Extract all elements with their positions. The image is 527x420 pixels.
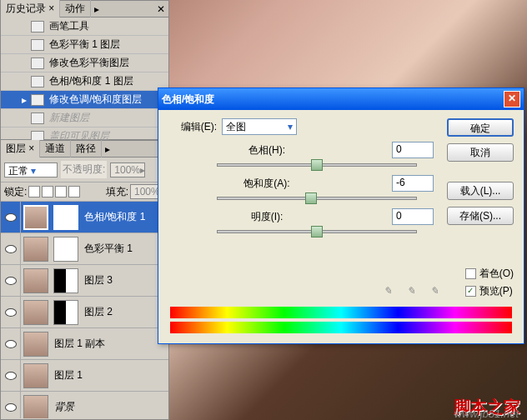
layer-name: 图层 1 — [51, 368, 83, 382]
eyedropper-sub-icon[interactable]: ✎ — [430, 285, 445, 300]
history-panel: 历史记录 × 动作 ▸ ✕ 画笔工具色彩平衡 1 图层修改色彩平衡图层色相/饱和… — [0, 0, 169, 140]
lock-paint-icon[interactable] — [42, 186, 53, 198]
eye-icon — [5, 340, 17, 348]
layer-name: 色相/饱和度 1 — [81, 210, 145, 224]
edit-label: 编辑(E): — [167, 120, 217, 134]
eye-icon — [5, 245, 17, 253]
layer-thumb[interactable] — [23, 300, 48, 325]
dialog-title: 色相/饱和度 — [162, 92, 214, 107]
slider-label: 饱和度(A): — [200, 177, 334, 191]
blend-mode-select[interactable]: 正常 ▾ — [4, 162, 58, 178]
eye-icon — [5, 403, 17, 412]
slider-track[interactable] — [217, 163, 417, 167]
tab-actions[interactable]: 动作 — [60, 0, 91, 18]
layer-list: 色相/饱和度 1色彩平衡 1图层 3图层 2图层 1 副本图层 1背景 — [1, 202, 168, 418]
save-button[interactable]: 存储(S)... — [447, 207, 514, 225]
history-tabs: 历史记录 × 动作 ▸ ✕ — [1, 1, 168, 18]
hue-saturation-dialog: 色相/饱和度 ✕ 编辑(E): 全图▾ 色相(H):0饱和度(A):-6明度(I… — [158, 88, 524, 344]
tab-paths[interactable]: 路径 — [71, 140, 102, 158]
layer-thumb[interactable] — [23, 363, 48, 388]
eye-icon — [5, 277, 17, 285]
slider-value-input[interactable]: -6 — [392, 175, 434, 192]
layer-thumb[interactable] — [53, 237, 78, 262]
watermark-url: www.jb51.net — [454, 408, 519, 420]
opacity-input[interactable]: 100%▸ — [110, 162, 145, 178]
layer-row[interactable]: 图层 3 — [1, 265, 168, 297]
lock-transparent-icon[interactable] — [28, 186, 40, 198]
visibility-toggle[interactable] — [1, 297, 21, 328]
layer-thumb[interactable] — [23, 268, 48, 293]
ok-button[interactable]: 确定 — [447, 118, 514, 137]
lock-row: 锁定: 填充: 100%▸ — [1, 182, 168, 202]
dialog-buttons: 确定 取消 载入(L)... 存储(S)... — [447, 118, 514, 225]
cancel-button[interactable]: 取消 — [447, 143, 514, 162]
visibility-toggle[interactable] — [1, 233, 21, 265]
eye-icon — [5, 372, 17, 380]
history-list: 画笔工具色彩平衡 1 图层修改色彩平衡图层色相/饱和度 1 图层▸修改色调/饱和… — [1, 18, 168, 146]
color-spectrum — [170, 307, 512, 333]
slider-value-input[interactable]: 0 — [392, 142, 434, 158]
slider-track[interactable] — [217, 230, 417, 233]
layer-name: 图层 2 — [81, 305, 113, 319]
layer-thumb[interactable] — [53, 205, 78, 230]
history-item[interactable]: 新建图层 — [1, 109, 168, 128]
colorize-checkbox[interactable]: 着色(O) — [465, 267, 514, 281]
layers-panel: 图层 × 通道 路径 ▸ × 正常 ▾ 不透明度: 100%▸ 锁定: 填充: … — [0, 140, 169, 420]
fill-label: 填充: — [106, 185, 128, 199]
dialog-titlebar[interactable]: 色相/饱和度 ✕ — [158, 88, 524, 110]
layer-thumb[interactable] — [23, 332, 48, 357]
history-item[interactable]: ▸修改色调/饱和度图层 — [1, 91, 168, 109]
slider-thumb[interactable] — [305, 192, 317, 204]
opacity-label: 不透明度: — [61, 161, 107, 178]
load-button[interactable]: 载入(L)... — [447, 182, 514, 200]
slider-thumb[interactable] — [311, 226, 323, 238]
eyedropper-icon[interactable]: ✎ — [384, 285, 399, 300]
lock-move-icon[interactable] — [55, 186, 67, 198]
history-item[interactable]: 修改色彩平衡图层 — [1, 54, 168, 72]
eye-icon — [5, 213, 17, 222]
close-icon[interactable]: ✕ — [153, 3, 168, 15]
visibility-toggle[interactable] — [1, 328, 21, 360]
layer-row[interactable]: 图层 1 副本 — [1, 328, 168, 360]
layer-thumb[interactable] — [23, 395, 48, 419]
checkboxes: 着色(O) ✓预览(P) — [465, 267, 514, 302]
slider-value-input[interactable]: 0 — [392, 208, 434, 225]
panel-menu-icon[interactable]: ▸ — [102, 143, 113, 155]
layers-tabs: 图层 × 通道 路径 ▸ × — [1, 141, 168, 158]
layer-name: 图层 3 — [81, 273, 113, 288]
tab-channels[interactable]: 通道 — [40, 140, 71, 158]
layer-row[interactable]: 图层 1 — [1, 360, 168, 392]
layer-thumb[interactable] — [23, 237, 48, 262]
layer-row[interactable]: 背景 — [1, 392, 168, 418]
eyedropper-add-icon[interactable]: ✎ — [407, 285, 422, 300]
tab-history[interactable]: 历史记录 × — [1, 0, 60, 18]
layer-row[interactable]: 色彩平衡 1 — [1, 233, 168, 265]
close-icon[interactable]: ✕ — [504, 91, 520, 108]
eyedroppers: ✎ ✎ ✎ — [384, 285, 445, 300]
edit-select[interactable]: 全图▾ — [222, 118, 297, 135]
visibility-toggle[interactable] — [1, 202, 21, 233]
slider-track[interactable] — [217, 197, 417, 200]
visibility-toggle[interactable] — [1, 265, 21, 297]
layer-name: 图层 1 副本 — [51, 337, 105, 351]
tab-layers[interactable]: 图层 × — [1, 140, 40, 158]
preview-checkbox[interactable]: ✓预览(P) — [465, 284, 514, 298]
lock-all-icon[interactable] — [68, 186, 80, 198]
layer-thumb[interactable] — [23, 205, 48, 230]
history-item[interactable]: 画笔工具 — [1, 18, 168, 36]
visibility-toggle[interactable] — [1, 392, 21, 419]
history-item[interactable]: 色彩平衡 1 图层 — [1, 36, 168, 54]
slider-label: 明度(I): — [200, 210, 334, 224]
layer-row[interactable]: 图层 2 — [1, 297, 168, 328]
layer-row[interactable]: 色相/饱和度 1 — [1, 202, 168, 233]
layer-thumb[interactable] — [53, 268, 78, 293]
eye-icon — [5, 308, 17, 317]
visibility-toggle[interactable] — [1, 360, 21, 392]
layer-thumb[interactable] — [53, 300, 78, 325]
slider-thumb[interactable] — [311, 159, 323, 171]
layer-name: 背景 — [51, 400, 74, 414]
layer-name: 色彩平衡 1 — [81, 242, 133, 256]
history-item[interactable]: 色相/饱和度 1 图层 — [1, 72, 168, 91]
panel-menu-icon[interactable]: ▸ — [91, 3, 103, 15]
lock-label: 锁定: — [4, 185, 27, 199]
